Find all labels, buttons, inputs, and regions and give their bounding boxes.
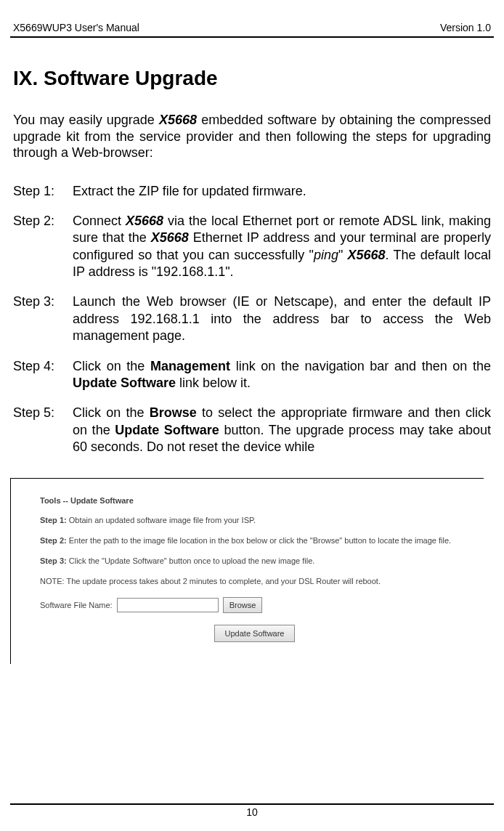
model-bold: X5668 (151, 230, 189, 245)
text: link below it. (176, 376, 251, 390)
step-1-body: Extract the ZIP file for updated firmwar… (73, 183, 491, 200)
update-software-button[interactable]: Update Software (214, 625, 296, 642)
step-4-label: Step 4: (13, 358, 73, 392)
text: Enter the path to the image file locatio… (67, 536, 451, 545)
update-software-bold: Update Software (73, 376, 176, 390)
text: link on the navigation bar and then on t… (230, 359, 491, 373)
management-bold: Management (150, 359, 230, 373)
step-2: Step 2: Connect X5668 via the local Ethe… (13, 213, 491, 281)
step-4-body: Click on the Management link on the navi… (73, 358, 491, 392)
label: Step 1: (40, 516, 67, 524)
browse-bold: Browse (150, 405, 197, 420)
step-5: Step 5: Click on the Browse to select th… (13, 405, 491, 455)
text: Click on the (73, 359, 150, 373)
step-2-label: Step 2: (13, 213, 73, 281)
file-name-input[interactable] (117, 598, 219, 612)
step-1: Step 1: Extract the ZIP file for updated… (13, 183, 491, 200)
intro-text-pre: You may easily upgrade (13, 113, 159, 127)
screenshot-note: NOTE: The update process takes about 2 m… (40, 576, 469, 586)
screenshot-title: Tools -- Update Software (40, 496, 469, 505)
header: X5669WUP3 User's Manual Version 1.0 (10, 22, 494, 36)
text: Click on the (73, 405, 150, 420)
file-name-label: Software File Name: (40, 601, 113, 609)
footer: 10 (0, 803, 504, 818)
ping-italic: ping (314, 248, 338, 262)
label: Step 2: (40, 536, 67, 545)
step-2-body: Connect X5668 via the local Ethernet por… (73, 213, 491, 281)
intro-model-bold: X5668 (159, 113, 197, 127)
screenshot-update-row: Update Software (40, 625, 469, 642)
header-right: Version 1.0 (440, 22, 491, 33)
step-3-body: Launch the Web browser (IE or Netscape),… (73, 293, 491, 344)
step-4: Step 4: Click on the Management link on … (13, 358, 491, 392)
step-5-body: Click on the Browse to select the approp… (73, 405, 491, 455)
update-software-bold: Update Software (115, 423, 219, 437)
header-rule (10, 36, 494, 38)
step-5-label: Step 5: (13, 405, 73, 455)
text: Connect (73, 214, 126, 228)
screenshot-step1: Step 1: Obtain an updated software image… (40, 515, 469, 525)
step-3-label: Step 3: (13, 293, 73, 344)
text: " (338, 248, 348, 262)
browse-button[interactable]: Browse (223, 597, 263, 613)
label: Step 3: (40, 556, 67, 565)
model-bold: X5668 (126, 214, 163, 228)
header-left: X5669WUP3 User's Manual (13, 22, 139, 33)
screenshot-step2: Step 2: Enter the path to the image file… (40, 535, 469, 546)
footer-rule (10, 803, 494, 805)
embedded-screenshot: Tools -- Update Software Step 1: Obtain … (10, 478, 484, 664)
screenshot-file-row: Software File Name: Browse (40, 597, 469, 613)
model-bold: X5668 (348, 248, 386, 262)
text: Click the "Update Software" button once … (67, 556, 315, 565)
screenshot-step3: Step 3: Click the "Update Software" butt… (40, 556, 469, 566)
page-number: 10 (0, 806, 504, 818)
text: Obtain an updated software image file fr… (67, 516, 256, 524)
steps-list: Step 1: Extract the ZIP file for updated… (10, 183, 494, 456)
step-3: Step 3: Launch the Web browser (IE or Ne… (13, 293, 491, 344)
screenshot-title-bold: Tools -- Update Software (40, 496, 134, 505)
page: X5669WUP3 User's Manual Version 1.0 IX. … (0, 0, 504, 831)
step-1-label: Step 1: (13, 183, 73, 200)
intro-paragraph: You may easily upgrade X5668 embedded so… (10, 112, 494, 161)
page-title: IX. Software Upgrade (10, 67, 494, 90)
